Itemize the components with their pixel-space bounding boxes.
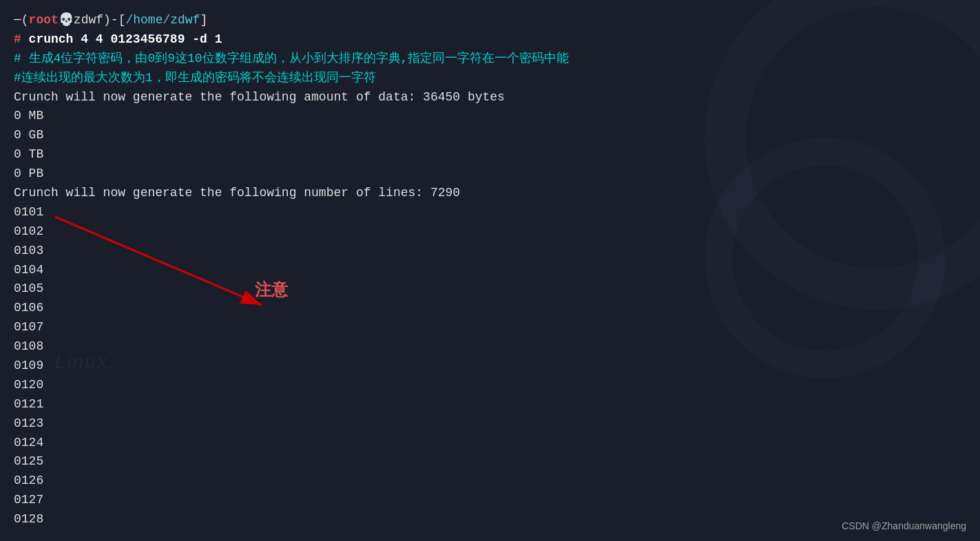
prompt-path: /home/zdwf: [125, 13, 200, 27]
terminal-prompt-line: ─(root💀zdwf)-[/home/zdwf]: [14, 11, 966, 30]
prompt-path-close: ]: [200, 13, 207, 27]
prompt-dash: ─(: [14, 13, 29, 27]
number-0126: 0126: [14, 471, 966, 491]
prompt-hash: #: [14, 32, 29, 46]
command-text: crunch 4 4 0123456789 -d 1: [29, 32, 222, 46]
output-pb: 0 PB: [14, 165, 966, 184]
prompt-user: zdwf: [74, 13, 103, 27]
output-data-amount: Crunch will now generate the following a…: [14, 88, 966, 107]
comment-line-2: #连续出现的最大次数为1，即生成的密码将不会连续出现同一字符: [14, 69, 966, 88]
prompt-skull-icon: 💀: [59, 13, 74, 27]
number-0108: 0108: [14, 337, 966, 357]
number-0127: 0127: [14, 491, 966, 510]
number-0123: 0123: [14, 414, 966, 434]
prompt-bracket-close: )-[: [103, 13, 125, 27]
annotation-container: 注意: [48, 203, 358, 327]
svg-line-1: [55, 217, 262, 305]
prompt-root: root: [29, 13, 59, 27]
watermark: CSDN @Zhanduanwangleng: [842, 520, 966, 531]
output-gb: 0 GB: [14, 126, 966, 145]
number-0128: 0128: [14, 510, 966, 529]
command-line: # crunch 4 4 0123456789 -d 1: [14, 30, 966, 50]
output-mb: 0 MB: [14, 107, 966, 126]
annotation-label: 注意: [255, 279, 288, 301]
number-0109: 0109: [14, 357, 966, 376]
annotation-arrow-svg: [48, 203, 337, 327]
output-lines-count: Crunch will now generate the following n…: [14, 184, 966, 203]
number-0121: 0121: [14, 395, 966, 414]
output-tb: 0 TB: [14, 145, 966, 165]
comment-line-1: # 生成4位字符密码，由0到9这10位数字组成的，从小到大排序的字典,指定同一字…: [14, 50, 966, 69]
number-0124: 0124: [14, 434, 966, 453]
number-0120: 0120: [14, 376, 966, 395]
number-0125: 0125: [14, 452, 966, 471]
